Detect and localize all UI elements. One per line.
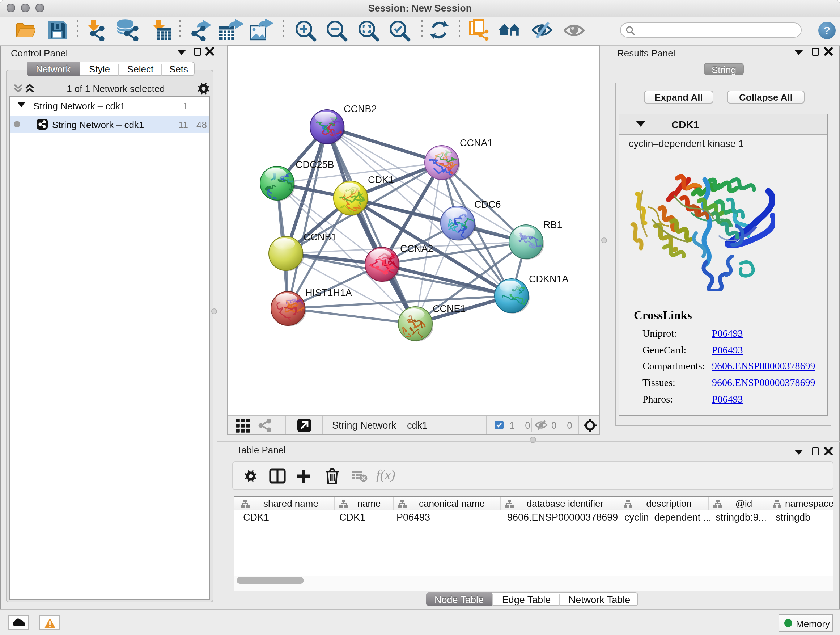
svg-text:RB1: RB1 [543,219,562,230]
svg-text:CCNA1: CCNA1 [460,138,493,149]
svg-text:HIST1H1A: HIST1H1A [305,287,352,298]
svg-text:CDC25B: CDC25B [295,159,334,170]
svg-text:CCNE1: CCNE1 [433,303,466,314]
svg-text:CCNA2: CCNA2 [400,243,433,254]
svg-text:CDK1: CDK1 [368,174,394,185]
svg-text:CDC6: CDC6 [474,199,501,210]
svg-text:CCNB1: CCNB1 [303,232,337,242]
svg-text:CDKN1A: CDKN1A [529,274,569,285]
svg-text:CCNB2: CCNB2 [344,103,377,114]
